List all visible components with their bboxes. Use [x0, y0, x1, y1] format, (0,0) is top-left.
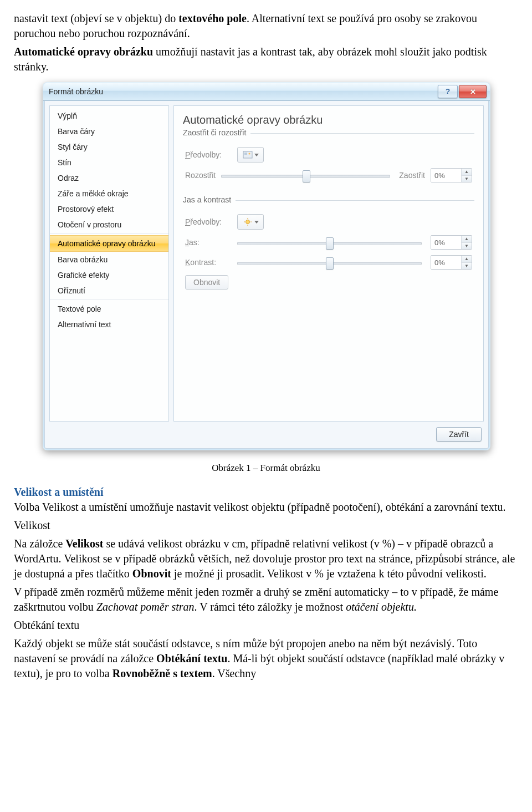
- sec-paragraph-2: Na záložce Velikost se udává velikost ob…: [14, 536, 518, 581]
- svg-rect-1: [244, 153, 247, 155]
- spin-down-icon[interactable]: ▼: [462, 262, 472, 270]
- settings-panel: Automatické opravy obrázku Zaostřit či r…: [173, 105, 484, 422]
- group-label: Zaostřit či rozostřit: [183, 128, 250, 137]
- spin-up-icon[interactable]: ▲: [462, 169, 472, 175]
- intro-paragraph-1: nastavit text (objeví se v objektu) do t…: [14, 11, 518, 41]
- heading-size-position: Velikost a umístění: [14, 486, 518, 499]
- chevron-down-icon: [254, 221, 259, 224]
- text-bold: textového pole: [178, 12, 247, 24]
- brightness-value-input[interactable]: [431, 236, 461, 249]
- chevron-down-icon: [254, 154, 259, 156]
- contrast-label: Kontrast:: [185, 258, 232, 267]
- window-close-button[interactable]: ✕: [459, 85, 487, 98]
- cat-crop[interactable]: Oříznutí: [50, 283, 168, 298]
- sec-paragraph-1: Volba Velikost a umístění umožňuje nasta…: [14, 500, 518, 515]
- cat-shadow[interactable]: Stín: [50, 155, 168, 170]
- spin-down-icon[interactable]: ▼: [462, 242, 472, 250]
- text: Volba Velikost a umístění umožňuje nasta…: [14, 501, 505, 513]
- brightness-spinner[interactable]: ▲▼: [431, 235, 472, 250]
- figure-caption: Obrázek 1 – Formát obrázku: [14, 463, 518, 474]
- bc-presets-button[interactable]: [237, 214, 264, 230]
- sharpen-label: Zaostřit: [399, 171, 425, 180]
- sharpen-spinner[interactable]: ▲▼: [431, 168, 472, 182]
- dialog-title: Formát obrázku: [49, 87, 437, 96]
- svg-point-2: [248, 153, 250, 155]
- brightness-label: Jas:: [185, 238, 232, 247]
- group-label: Jas a kontrast: [183, 195, 236, 204]
- sharpen-presets-row: Předvolby:: [185, 147, 472, 163]
- panel-title: Automatické opravy obrázku: [183, 114, 474, 126]
- bc-presets-row: Předvolby:: [185, 214, 472, 230]
- contrast-slider[interactable]: [237, 257, 422, 268]
- separator: [50, 234, 168, 234]
- sharpen-presets-button[interactable]: [237, 147, 264, 163]
- category-list: Výplň Barva čáry Styl čáry Stín Odraz Zá…: [49, 105, 169, 422]
- soften-label: Rozostřit: [185, 171, 216, 180]
- sharpen-value-input[interactable]: [431, 169, 461, 182]
- cat-fill[interactable]: Výplň: [50, 108, 168, 124]
- close-icon: ✕: [470, 88, 476, 96]
- text-bold: Automatické opravy obrázku: [14, 45, 153, 58]
- cat-3d-rotation[interactable]: Otočení v prostoru: [50, 217, 168, 232]
- cat-artistic-effects[interactable]: Grafické efekty: [50, 267, 168, 283]
- presets-label: Předvolby:: [185, 217, 232, 226]
- sharpen-soften-group: Zaostřit či rozostřit Předvolby: Rozostř…: [183, 133, 474, 190]
- spin-up-icon[interactable]: ▲: [462, 236, 472, 242]
- spin-up-icon[interactable]: ▲: [462, 256, 472, 262]
- brightness-contrast-group: Jas a kontrast Předvolby: Jas:: [183, 200, 474, 297]
- sec-paragraph-3: V případě změn rozměrů můžeme měnit jede…: [14, 585, 518, 615]
- sharpen-slider-row: Rozostřit Zaostřit ▲▼: [185, 168, 472, 182]
- cat-textbox[interactable]: Textové pole: [50, 301, 168, 317]
- help-icon: ?: [446, 87, 451, 96]
- format-picture-dialog: Formát obrázku ? ✕ Výplň Barva čáry Styl…: [43, 82, 490, 450]
- spin-down-icon[interactable]: ▼: [462, 175, 472, 182]
- svg-point-3: [245, 220, 249, 224]
- contrast-value-input[interactable]: [431, 256, 461, 269]
- reset-button[interactable]: Obnovit: [185, 275, 228, 290]
- brightness-preset-icon: [243, 217, 253, 226]
- cat-line-style[interactable]: Styl čáry: [50, 139, 168, 155]
- text: nastavit text (objeví se v objektu) do: [14, 12, 178, 24]
- intro-paragraph-2: Automatické opravy obrázku umožňují nast…: [14, 44, 518, 74]
- cat-3d-format[interactable]: Prostorový efekt: [50, 201, 168, 217]
- sharpen-slider[interactable]: [221, 170, 390, 181]
- reset-row: Obnovit: [185, 275, 472, 290]
- cat-reflection[interactable]: Odraz: [50, 170, 168, 186]
- contrast-spinner[interactable]: ▲▼: [431, 255, 472, 270]
- cat-alt-text[interactable]: Alternativní text: [50, 317, 168, 332]
- picture-preset-icon: [243, 150, 253, 159]
- cat-picture-corrections[interactable]: Automatické opravy obrázku: [50, 235, 168, 252]
- dialog-body: Výplň Barva čáry Styl čáry Stín Odraz Zá…: [44, 101, 489, 449]
- sec-paragraph-5: Každý objekt se může stát součástí odsta…: [14, 636, 518, 681]
- help-button[interactable]: ?: [438, 85, 458, 98]
- dialog-footer: Zavřít: [49, 422, 484, 444]
- contrast-row: Kontrast: ▲▼: [185, 255, 472, 270]
- close-button[interactable]: Zavřít: [436, 427, 482, 441]
- brightness-slider[interactable]: [237, 237, 422, 248]
- dialog-titlebar: Formát obrázku ? ✕: [43, 83, 490, 101]
- cat-picture-color[interactable]: Barva obrázku: [50, 252, 168, 267]
- subheading-size: Velikost: [14, 518, 518, 533]
- presets-label: Předvolby:: [185, 150, 232, 159]
- subheading-textwrap: Obtékání textu: [14, 618, 518, 633]
- brightness-row: Jas: ▲▼: [185, 235, 472, 250]
- cat-line-color[interactable]: Barva čáry: [50, 124, 168, 139]
- separator: [50, 300, 168, 300]
- cat-glow[interactable]: Záře a měkké okraje: [50, 186, 168, 201]
